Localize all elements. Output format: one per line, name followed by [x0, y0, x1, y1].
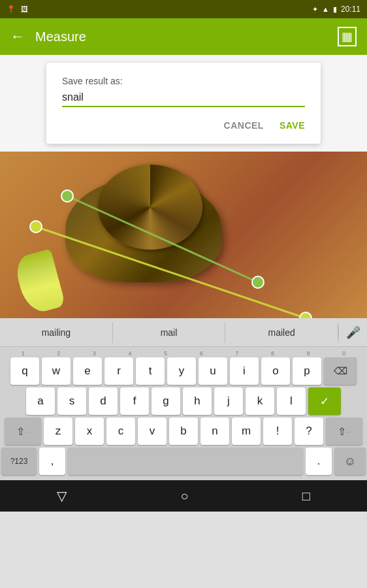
key-z[interactable]: z [44, 417, 72, 445]
dialog-container: Save result as: CANCEL SAVE [0, 55, 367, 152]
bluetooth-icon: ✦ [312, 5, 318, 14]
key-row-1: q w e r t y u i o p ⌫ [1, 357, 366, 385]
ruler-icon[interactable]: ▦ [338, 27, 357, 46]
save-name-input[interactable] [62, 91, 305, 103]
location-icon: 📍 [7, 5, 16, 14]
key-s[interactable]: s [57, 387, 86, 415]
comma-key[interactable]: , [39, 448, 65, 475]
key-o[interactable]: o [261, 357, 290, 385]
key-l[interactable]: l [277, 387, 306, 415]
key-v[interactable]: v [138, 417, 167, 445]
toolbar: ← Measure ▦ [0, 18, 367, 55]
key-h[interactable]: h [183, 387, 212, 415]
key-w[interactable]: w [42, 357, 71, 385]
back-button[interactable]: ← [10, 28, 25, 45]
key-g[interactable]: g [152, 387, 180, 415]
emoji-key[interactable]: ☺ [334, 448, 366, 475]
number-hints-row: 1 2 3 4 5 6 7 8 9 0 [1, 350, 366, 357]
measurement-overlay [0, 152, 367, 318]
shift-right-key[interactable]: ⇧— [326, 417, 362, 445]
key-a[interactable]: a [26, 387, 55, 415]
key-b[interactable]: b [169, 417, 198, 445]
key-f[interactable]: f [120, 387, 149, 415]
key-row-2: a s d f g h j k l ✓ [1, 387, 366, 415]
key-row-4: ?123 , . ☺ [1, 448, 366, 475]
mic-icon: 🎤 [346, 325, 360, 340]
key-j[interactable]: j [214, 387, 243, 415]
key-row-3: ⇧— z x c v b n m ! ? ⇧— [1, 417, 366, 445]
keyboard-suggestions: mailing mail mailed 🎤 [0, 318, 367, 347]
svg-point-4 [30, 221, 42, 233]
space-key[interactable] [68, 448, 303, 475]
dialog-label: Save result as: [62, 76, 305, 86]
svg-line-1 [36, 227, 306, 318]
status-bar-right: ✦ ▲ ▮ 20:11 [312, 5, 360, 14]
keyboard: 1 2 3 4 5 6 7 8 9 0 q w e r t y u i o p … [0, 347, 367, 480]
enter-key[interactable]: ✓ [308, 387, 341, 415]
page-title: Measure [35, 29, 86, 44]
backspace-key[interactable]: ⌫ [324, 357, 357, 385]
key-e[interactable]: e [73, 357, 102, 385]
time-display: 20:11 [341, 5, 360, 14]
svg-point-3 [252, 276, 264, 288]
image-icon: 🖼 [21, 5, 28, 13]
shift-key[interactable]: ⇧— [5, 417, 41, 445]
suggestion-mail[interactable]: mail [113, 322, 226, 343]
key-m[interactable]: m [232, 417, 261, 445]
save-dialog: Save result as: CANCEL SAVE [46, 63, 321, 144]
key-y[interactable]: y [167, 357, 196, 385]
key-t[interactable]: t [136, 357, 165, 385]
key-question[interactable]: ? [295, 417, 323, 445]
period-key[interactable]: . [306, 448, 332, 475]
suggestion-mailed[interactable]: mailed [225, 322, 338, 343]
key-u[interactable]: u [199, 357, 227, 385]
key-d[interactable]: d [89, 387, 118, 415]
bottom-navigation: ▽ ○ □ [0, 480, 367, 512]
image-area [0, 152, 367, 318]
input-wrapper [62, 91, 305, 107]
status-bar-left: 📍 🖼 [7, 5, 28, 14]
key-c[interactable]: c [106, 417, 135, 445]
wifi-icon: ▲ [322, 5, 329, 13]
key-k[interactable]: k [246, 387, 274, 415]
battery-icon: ▮ [333, 5, 337, 14]
key-x[interactable]: x [75, 417, 104, 445]
key-r[interactable]: r [104, 357, 133, 385]
toolbar-left: ← Measure [10, 28, 86, 45]
key-p[interactable]: p [293, 357, 321, 385]
mic-button[interactable]: 🎤 [338, 325, 367, 340]
suggestion-mailing[interactable]: mailing [0, 322, 113, 343]
back-nav-button[interactable]: ▽ [57, 488, 67, 504]
cancel-button[interactable]: CANCEL [224, 118, 264, 133]
dialog-actions: CANCEL SAVE [62, 118, 305, 139]
home-nav-button[interactable]: ○ [180, 489, 188, 504]
numbers-key[interactable]: ?123 [1, 448, 37, 475]
recents-nav-button[interactable]: □ [302, 489, 310, 504]
svg-point-5 [300, 312, 311, 318]
status-bar: 📍 🖼 ✦ ▲ ▮ 20:11 [0, 0, 367, 18]
key-exclamation[interactable]: ! [263, 417, 292, 445]
save-button[interactable]: SAVE [279, 118, 305, 133]
key-n[interactable]: n [200, 417, 229, 445]
svg-point-2 [61, 190, 73, 202]
key-q[interactable]: q [10, 357, 39, 385]
key-i[interactable]: i [230, 357, 259, 385]
